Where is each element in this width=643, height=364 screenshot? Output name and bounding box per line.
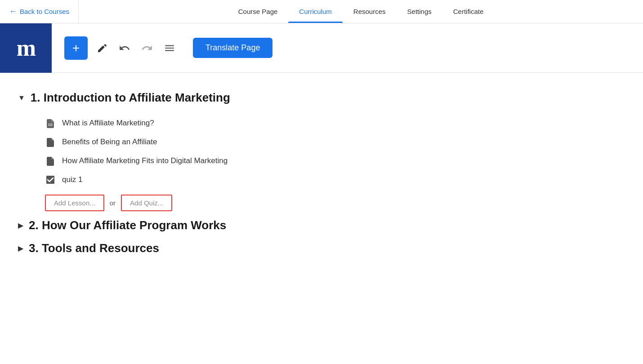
nav-tabs: Course Page Curriculum Resources Setting… <box>79 0 643 23</box>
section-1-toggle[interactable]: ▼ <box>18 94 25 102</box>
tab-settings[interactable]: Settings <box>397 0 442 23</box>
lesson-1-title: What is Affiliate Marketing? <box>62 119 154 128</box>
quiz-1-title: quiz 1 <box>62 175 82 184</box>
back-arrow-icon: ← <box>9 7 17 16</box>
edit-icon[interactable] <box>94 40 110 56</box>
add-lesson-button[interactable]: Add Lesson... <box>45 195 104 211</box>
section-1-header: ▼ 1. Introduction to Affiliate Marketing <box>18 91 625 105</box>
redo-icon[interactable] <box>139 40 155 56</box>
back-to-courses-link[interactable]: ← Back to Courses <box>0 0 79 23</box>
section-3-container: ▶ 3. Tools and Resources <box>18 241 625 255</box>
quiz-icon <box>45 175 56 185</box>
lesson-3-title: How Affiliate Marketing Fits into Digita… <box>62 156 228 165</box>
section-1-container: ▼ 1. Introduction to Affiliate Marketing… <box>18 91 625 211</box>
list-item: Benefits of Being an Affiliate <box>45 133 625 151</box>
or-separator: or <box>110 199 116 207</box>
logo-letter: m <box>17 35 35 61</box>
tab-course-page[interactable]: Course Page <box>228 0 289 23</box>
add-content-row: Add Lesson... or Add Quiz... <box>18 195 625 211</box>
section-2-title: 2. How Our Affiliate Program Works <box>29 218 226 232</box>
tab-resources[interactable]: Resources <box>343 0 397 23</box>
section-3-header: ▶ 3. Tools and Resources <box>18 241 625 255</box>
toolbar: m + Translate Page <box>0 23 643 73</box>
back-to-courses-label: Back to Courses <box>20 8 69 15</box>
logo-box: m <box>0 23 52 73</box>
translate-page-label: Translate Page <box>205 43 260 52</box>
list-item: quiz 1 <box>45 170 625 189</box>
document-icon <box>45 137 56 147</box>
section-1-title: 1. Introduction to Affiliate Marketing <box>31 91 230 105</box>
section-2-container: ▶ 2. How Our Affiliate Program Works <box>18 218 625 232</box>
tab-certificate[interactable]: Certificate <box>442 0 495 23</box>
add-quiz-button[interactable]: Add Quiz... <box>121 195 172 211</box>
section-2-toggle[interactable]: ▶ <box>18 221 23 230</box>
list-item: How Affiliate Marketing Fits into Digita… <box>45 151 625 170</box>
main-content: ▼ 1. Introduction to Affiliate Marketing… <box>0 73 643 278</box>
undo-icon[interactable] <box>116 40 133 56</box>
top-navigation: ← Back to Courses Course Page Curriculum… <box>0 0 643 23</box>
menu-icon[interactable] <box>161 40 178 56</box>
section-3-title: 3. Tools and Resources <box>29 241 159 255</box>
tab-curriculum[interactable]: Curriculum <box>288 0 343 23</box>
document-icon <box>45 118 56 128</box>
toolbar-actions: + Translate Page <box>57 36 272 60</box>
lesson-2-title: Benefits of Being an Affiliate <box>62 138 157 146</box>
section-1-lessons: What is Affiliate Marketing? Benefits of… <box>18 114 625 189</box>
section-3-toggle[interactable]: ▶ <box>18 244 23 253</box>
section-2-header: ▶ 2. How Our Affiliate Program Works <box>18 218 625 232</box>
list-item: What is Affiliate Marketing? <box>45 114 625 133</box>
translate-page-button[interactable]: Translate Page <box>193 38 272 58</box>
document-icon <box>45 156 56 166</box>
plus-icon: + <box>72 42 80 54</box>
add-button[interactable]: + <box>64 36 88 60</box>
